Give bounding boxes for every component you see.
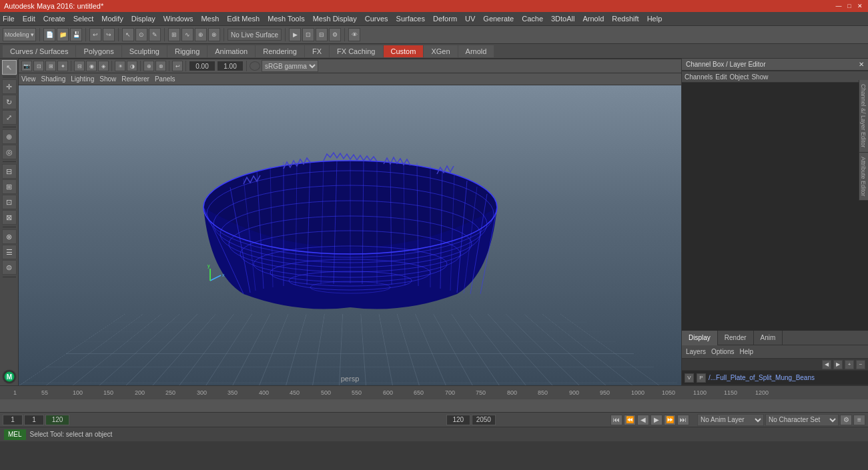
layer-add-btn[interactable]: + xyxy=(845,360,854,369)
maya-icon-btn[interactable]: M xyxy=(2,369,17,384)
menu-item-mesh-display[interactable]: Mesh Display xyxy=(313,15,357,23)
layer-prev-btn[interactable]: ◀ xyxy=(822,360,831,369)
anim-layer-select[interactable]: No Anim Layer xyxy=(697,414,764,426)
shelf-tab-sculpting[interactable]: Sculpting xyxy=(122,45,167,57)
layer-del-btn[interactable]: − xyxy=(856,360,865,369)
options-menu[interactable]: Options xyxy=(711,348,734,355)
object-menu[interactable]: Object xyxy=(730,73,749,81)
menu-item-edit-mesh[interactable]: Edit Mesh xyxy=(227,15,260,23)
vp-color-btn[interactable] xyxy=(250,61,260,71)
vp-shadow-btn[interactable]: ◑ xyxy=(127,61,137,71)
menu-item-modify[interactable]: Modify xyxy=(101,15,123,23)
scale-tool[interactable]: ⤢ xyxy=(2,110,17,125)
play-back-btn[interactable]: ◀ xyxy=(637,415,649,425)
render-tab[interactable]: Render xyxy=(718,331,754,345)
show-menu[interactable]: Show xyxy=(99,75,116,83)
vp-val2-input[interactable]: 1.00 xyxy=(217,61,244,71)
minimize-button[interactable]: — xyxy=(835,2,843,10)
vp-flat-btn[interactable]: ◈ xyxy=(98,61,109,71)
attr3-tool[interactable]: ⊜ xyxy=(2,260,17,275)
redo-btn[interactable]: ↪ xyxy=(103,28,115,41)
layers-menu[interactable]: Layers xyxy=(686,348,706,355)
vp-wire-btn[interactable]: ⊟ xyxy=(74,61,85,71)
snap-curve-btn[interactable]: ∿ xyxy=(181,28,193,41)
menu-item-mesh[interactable]: Mesh xyxy=(201,15,219,23)
menu-item-deform[interactable]: Deform xyxy=(433,15,457,23)
move-tool[interactable]: ✛ xyxy=(2,79,17,94)
layer-v-btn[interactable]: V xyxy=(685,373,694,383)
ipr-btn[interactable]: ⊡ xyxy=(302,28,314,41)
preferences-btn[interactable]: ⚙ xyxy=(840,415,852,425)
menu-item-display[interactable]: Display xyxy=(131,15,155,23)
shelf-tab-animation[interactable]: Animation xyxy=(207,45,255,57)
snap-point-btn[interactable]: ⊕ xyxy=(195,28,207,41)
edit-menu[interactable]: Edit xyxy=(715,73,727,81)
universal-tool[interactable]: ⊕ xyxy=(2,129,17,144)
shading-menu[interactable]: Shading xyxy=(41,75,66,83)
menu-item-mesh-tools[interactable]: Mesh Tools xyxy=(268,15,304,23)
view-menu[interactable]: View xyxy=(21,75,36,83)
jump-end-btn[interactable]: ⏭ xyxy=(677,415,689,425)
maximize-button[interactable]: □ xyxy=(845,2,853,10)
attribute-editor-tab[interactable]: Attribute Editor xyxy=(859,153,868,201)
lighting-menu[interactable]: Lighting xyxy=(71,75,94,83)
help-menu[interactable]: Help xyxy=(739,348,753,355)
menu-item-redshift[interactable]: Redshift xyxy=(612,15,638,23)
paint-btn[interactable]: ✎ xyxy=(149,28,161,41)
menu-item-edit[interactable]: Edit xyxy=(23,15,35,23)
show-menu[interactable]: Show xyxy=(751,73,768,81)
menu-item-surfaces[interactable]: Surfaces xyxy=(396,15,425,23)
vp-val1-input[interactable]: 0.00 xyxy=(189,61,215,71)
snap2-tool[interactable]: ⊞ xyxy=(2,179,17,194)
layer-next-btn[interactable]: ▶ xyxy=(833,360,843,369)
save-btn[interactable]: 💾 xyxy=(70,28,82,41)
renderer-menu[interactable]: Renderer xyxy=(121,75,149,83)
vp-grid-btn[interactable]: ⊞ xyxy=(45,61,56,71)
soft-sel-tool[interactable]: ◎ xyxy=(2,145,17,159)
vp-undo-cam-btn[interactable]: ↩ xyxy=(172,61,183,71)
anim-tab[interactable]: Anim xyxy=(754,331,783,345)
attr2-tool[interactable]: ☰ xyxy=(2,245,17,259)
render-btn[interactable]: ▶ xyxy=(289,28,301,41)
playback-end-input[interactable]: 120 xyxy=(446,415,470,425)
channel-box-close[interactable]: ✕ xyxy=(859,61,864,68)
menu-item-3dtoall[interactable]: 3DtoAll xyxy=(551,15,574,23)
mel-label[interactable]: MEL xyxy=(4,429,26,440)
lasso-btn[interactable]: ⊙ xyxy=(135,28,147,41)
vp-light-btn[interactable]: ☀ xyxy=(115,61,125,71)
range-end-input[interactable]: 120 xyxy=(45,415,69,425)
menu-item-cache[interactable]: Cache xyxy=(522,15,543,23)
snap-view-btn[interactable]: ⊗ xyxy=(208,28,220,41)
vp-smooth-btn[interactable]: ◉ xyxy=(86,61,97,71)
snap4-tool[interactable]: ⊠ xyxy=(2,210,17,225)
vp-xray-btn[interactable]: ⊕ xyxy=(143,61,154,71)
menu-item-windows[interactable]: Windows xyxy=(163,15,193,23)
undo-btn[interactable]: ↩ xyxy=(89,28,101,41)
shelf-tab-fx[interactable]: FX xyxy=(305,45,329,57)
shelf-tab-arnold[interactable]: Arnold xyxy=(458,45,494,57)
render-seq-btn[interactable]: ⊟ xyxy=(316,28,328,41)
shelf-tab-polygons[interactable]: Polygons xyxy=(76,45,121,57)
vp-cam-btn[interactable]: 📷 xyxy=(21,61,32,71)
current-frame2-input[interactable]: 1 xyxy=(24,415,44,425)
step-fwd-btn[interactable]: ⏩ xyxy=(664,415,676,425)
vp-snap-btn[interactable]: ✦ xyxy=(57,61,68,71)
char-set-select[interactable]: No Character Set xyxy=(765,414,839,426)
snap-tool[interactable]: ⊟ xyxy=(2,164,17,179)
menu-item-file[interactable]: File xyxy=(3,15,15,23)
channels-menu[interactable]: Channels xyxy=(685,73,713,81)
menu-item-select[interactable]: Select xyxy=(73,15,94,23)
step-back-btn[interactable]: ⏪ xyxy=(624,415,636,425)
modeling-dropdown[interactable]: Modeling ▾ xyxy=(3,28,36,41)
close-button[interactable]: ✕ xyxy=(856,2,864,10)
shelf-tab-custom[interactable]: Custom xyxy=(384,45,424,57)
color-space-select[interactable]: sRGB gamma xyxy=(262,60,318,72)
display-tab[interactable]: Display xyxy=(682,331,718,345)
menu-item-help[interactable]: Help xyxy=(647,15,663,23)
menu-item-uv[interactable]: UV xyxy=(465,15,475,23)
layer-p-btn[interactable]: P xyxy=(697,373,706,383)
jump-start-btn[interactable]: ⏮ xyxy=(610,415,622,425)
panels-menu[interactable]: Panels xyxy=(155,75,175,83)
snap-grid-btn[interactable]: ⊞ xyxy=(168,28,180,41)
vp-isolate-btn[interactable]: ⊗ xyxy=(155,61,166,71)
